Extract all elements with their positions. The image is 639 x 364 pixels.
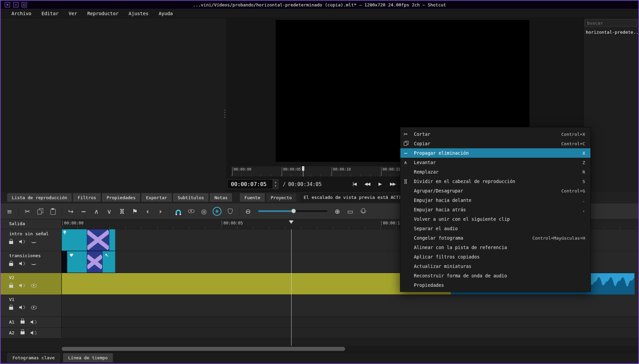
hide-track-icon[interactable]	[31, 306, 37, 309]
menu-item-empujar-atras[interactable]: Empujar hacia atrás ,	[400, 205, 590, 214]
menu-item-alinear-pista[interactable]: Alinear con la pista de referencia	[400, 243, 590, 252]
tab-notas[interactable]: Notas	[210, 193, 232, 202]
menu-item-separar-audio[interactable]: Separar el audio	[400, 224, 590, 233]
timecode-spinbox[interactable]: 00:00:07:05 ▲ ▼	[227, 179, 278, 189]
play-button[interactable]: ▶	[375, 179, 385, 189]
lock-icon[interactable]	[21, 331, 25, 334]
maximize-button[interactable]: □	[22, 2, 27, 7]
tab-subtitulos[interactable]: Subtítulos	[173, 193, 208, 202]
tab-proyecto[interactable]: Proyecto	[266, 193, 296, 202]
track-header-intro-sin-senal[interactable]: intro sin señal	[1, 229, 62, 251]
overwrite-icon[interactable]: ∨	[105, 207, 113, 216]
lock-icon[interactable]	[9, 263, 13, 266]
menu-item-propiedades[interactable]: Propiedades	[400, 280, 590, 290]
track-lane-a2[interactable]	[62, 328, 638, 338]
ripple-markers-icon[interactable]	[226, 207, 234, 216]
menu-item-reconstruir-onda[interactable]: Reconstruir forma de onda de audio	[400, 271, 590, 280]
track-header-a2[interactable]: A2	[1, 328, 62, 338]
hide-track-icon[interactable]	[31, 284, 37, 287]
rewind-button[interactable]: ◀◀	[362, 179, 372, 189]
zoom-slider[interactable]	[258, 210, 327, 212]
split-icon[interactable]: ][	[118, 207, 126, 216]
tab-fotogramas-clave[interactable]: Fotogramas clave	[7, 353, 60, 362]
prev-marker-icon[interactable]: ‹	[144, 207, 152, 216]
playhead-handle[interactable]	[289, 220, 294, 226]
transition-clip[interactable]	[87, 251, 102, 273]
lock-icon[interactable]	[21, 321, 25, 324]
timeline-scrollbar[interactable]	[62, 346, 638, 352]
menu-editar[interactable]: Editar	[41, 11, 59, 16]
tab-lista-de-reproduccion[interactable]: Lista de reproducción	[7, 193, 71, 202]
selected-video-clip[interactable]	[62, 273, 451, 295]
ripple-icon[interactable]: ◎	[200, 207, 208, 216]
ripple-delete-icon[interactable]: −	[80, 207, 88, 216]
mute-icon[interactable]	[19, 283, 25, 287]
next-marker-icon[interactable]: ›	[156, 207, 164, 216]
track-header-transiciones[interactable]: transiciones	[1, 251, 62, 273]
track-header-v1[interactable]: V1	[1, 295, 62, 317]
tab-linea-de-tiempo[interactable]: Línea de tiempo	[63, 353, 113, 362]
video-clip[interactable]	[62, 251, 67, 273]
scrollbar-thumb[interactable]	[62, 347, 345, 351]
menu-item-levantar[interactable]: ∧ Levantar Z	[400, 158, 590, 167]
close-button[interactable]: ✕	[5, 2, 10, 7]
hide-track-icon[interactable]	[31, 240, 36, 243]
video-clip[interactable]	[109, 229, 115, 251]
mute-icon[interactable]	[31, 331, 36, 335]
lock-icon[interactable]	[9, 285, 13, 288]
marker-icon[interactable]: ⚑	[131, 207, 139, 216]
hide-track-icon[interactable]	[31, 262, 36, 265]
lock-icon[interactable]	[9, 307, 13, 310]
track-header-a1[interactable]: A1	[1, 317, 62, 328]
menu-reproductor[interactable]: Reproductor	[87, 11, 119, 16]
ripple-all-tracks-icon[interactable]: ❄	[213, 207, 221, 216]
menu-archivo[interactable]: Archivo	[11, 11, 31, 16]
record-audio-icon[interactable]	[359, 207, 367, 216]
menu-item-remplazar[interactable]: Remplazar R	[400, 167, 590, 177]
zoom-slider-handle[interactable]	[291, 209, 296, 213]
search-input[interactable]	[585, 19, 637, 27]
zoom-fit-icon[interactable]: ▭	[346, 207, 354, 216]
tab-propiedades[interactable]: Propiedades	[102, 193, 140, 202]
zoom-in-icon[interactable]: ⊕	[333, 207, 341, 216]
menu-item-actualizar-miniaturas[interactable]: Actualizar miniaturas	[400, 262, 590, 271]
menu-item-dividir[interactable]: ][ Dividir en el cabezal de reproducción…	[400, 177, 590, 186]
scrub-while-dragging-icon[interactable]	[187, 207, 195, 216]
snap-icon[interactable]	[174, 207, 182, 216]
mute-icon[interactable]	[19, 305, 25, 309]
append-icon[interactable]: ↪	[67, 207, 75, 216]
scrubber-playhead[interactable]	[303, 166, 303, 177]
menu-item-aplicar-filtros[interactable]: Aplicar filtros copiados	[400, 252, 590, 262]
track-header-output[interactable]: Salida	[1, 219, 62, 229]
menu-item-cortar[interactable]: ✂ Cortar Control+X	[400, 129, 590, 139]
menu-item-volver-a-unir[interactable]: Volver a unir con el siguiente clip	[400, 214, 590, 224]
menu-item-copiar[interactable]: Copiar Control+C	[400, 139, 590, 148]
track-lane-a1[interactable]	[62, 317, 638, 328]
playhead[interactable]	[291, 229, 292, 346]
spin-up-icon[interactable]: ▲	[275, 181, 276, 184]
zoom-out-icon[interactable]: ⊖	[244, 207, 252, 216]
mute-icon[interactable]	[31, 320, 36, 324]
menu-ajustes[interactable]: Ajustes	[129, 11, 149, 16]
copy-icon[interactable]	[36, 207, 44, 216]
video-clip[interactable]: ♥	[67, 251, 87, 273]
playlist-item[interactable]: horizontal-predete...	[584, 28, 639, 37]
track-header-v2[interactable]: V2	[1, 273, 62, 295]
splitter-handle-icon[interactable]	[224, 109, 225, 118]
lock-icon[interactable]	[9, 241, 13, 244]
track-lane-v1[interactable]	[62, 295, 638, 317]
fast-forward-button[interactable]: ▶▶	[388, 179, 398, 189]
timeline-menu-icon[interactable]: ≡	[5, 207, 13, 216]
video-clip[interactable]: ↖	[102, 251, 115, 273]
minimize-button[interactable]: –	[13, 2, 19, 7]
mute-icon[interactable]	[19, 262, 25, 266]
menu-item-propagar-eliminacion[interactable]: − Propagar eliminación X	[400, 148, 590, 158]
transition-clip[interactable]	[87, 229, 109, 251]
lift-icon[interactable]: ∧	[92, 207, 100, 216]
skip-to-start-button[interactable]: |◀	[349, 179, 359, 189]
menu-item-congelar-fotograma[interactable]: Congelar fotograma Control+Mayúsculas+H	[400, 233, 590, 243]
paste-icon[interactable]	[49, 207, 57, 216]
mute-icon[interactable]	[19, 240, 25, 244]
video-clip[interactable]	[62, 229, 87, 251]
tab-filtros[interactable]: Filtros	[73, 193, 100, 202]
